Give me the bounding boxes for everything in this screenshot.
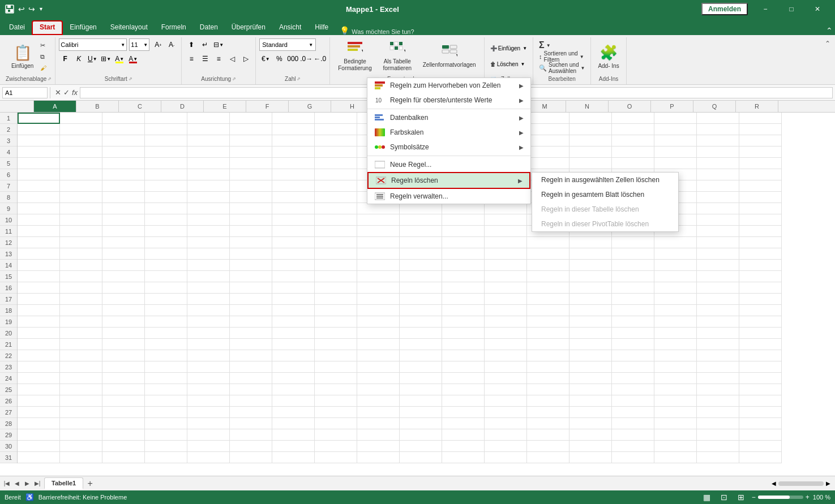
cell-C25[interactable] — [102, 384, 145, 395]
cell-C20[interactable] — [102, 328, 145, 339]
cell-D16[interactable] — [145, 282, 187, 294]
cell-O15[interactable] — [612, 271, 654, 282]
cell-I27[interactable] — [357, 407, 400, 418]
cell-Q9[interactable] — [697, 203, 739, 214]
cell-F13[interactable] — [230, 248, 272, 260]
tab-start[interactable]: Start — [32, 20, 63, 35]
cell-F18[interactable] — [230, 305, 272, 316]
cell-G5[interactable] — [272, 158, 315, 169]
cell-P28[interactable] — [654, 418, 697, 429]
cell-F4[interactable] — [230, 147, 272, 158]
cell-I26[interactable] — [357, 395, 400, 407]
menu-item-farbskalen[interactable]: Farbskalen ▶ — [367, 125, 530, 140]
cell-G7[interactable] — [272, 180, 315, 192]
cell-A5[interactable] — [18, 158, 60, 169]
cell-M16[interactable] — [527, 282, 569, 294]
cell-B31[interactable] — [60, 452, 102, 463]
cell-C30[interactable] — [102, 441, 145, 452]
row-number-29[interactable]: 29 — [0, 429, 17, 441]
cell-E3[interactable] — [187, 135, 230, 147]
cell-N4[interactable] — [569, 147, 612, 158]
cell-L10[interactable] — [485, 214, 527, 226]
cell-G12[interactable] — [272, 237, 315, 248]
cell-E31[interactable] — [187, 452, 230, 463]
col-header-Q[interactable]: Q — [693, 101, 736, 112]
cell-L29[interactable] — [485, 429, 527, 441]
cell-D24[interactable] — [145, 373, 187, 384]
cell-Q16[interactable] — [697, 282, 739, 294]
cell-L21[interactable] — [485, 339, 527, 350]
cell-I14[interactable] — [357, 260, 400, 271]
format-uebertragen-button[interactable]: 🖌 — [38, 63, 49, 73]
row-number-25[interactable]: 25 — [0, 384, 17, 395]
indent-decrease-button[interactable]: ◁ — [226, 53, 238, 65]
ribbon-expand-btn[interactable]: ⌃ — [823, 37, 833, 84]
cell-J24[interactable] — [400, 373, 442, 384]
cell-F28[interactable] — [230, 418, 272, 429]
cell-F19[interactable] — [230, 316, 272, 328]
tab-ueberpruefen[interactable]: Überprüfen — [225, 20, 272, 35]
cell-K13[interactable] — [442, 248, 485, 260]
cell-D17[interactable] — [145, 294, 187, 305]
cell-Q1[interactable] — [697, 113, 739, 124]
cell-R20[interactable] — [739, 328, 782, 339]
cell-M19[interactable] — [527, 316, 569, 328]
cell-O14[interactable] — [612, 260, 654, 271]
font-size-box[interactable]: 11 ▼ — [129, 38, 149, 51]
cell-M26[interactable] — [527, 395, 569, 407]
cell-N26[interactable] — [569, 395, 612, 407]
cell-C12[interactable] — [102, 237, 145, 248]
cell-O18[interactable] — [612, 305, 654, 316]
tab-ansicht[interactable]: Ansicht — [272, 20, 308, 35]
suchen-button[interactable]: 🔍 Suchen undAuswählen ▼ — [537, 63, 587, 73]
cell-O16[interactable] — [612, 282, 654, 294]
cell-Q4[interactable] — [697, 147, 739, 158]
cell-A14[interactable] — [18, 260, 60, 271]
save-icon[interactable] — [5, 4, 15, 14]
cell-L25[interactable] — [485, 384, 527, 395]
row-number-23[interactable]: 23 — [0, 361, 17, 373]
cell-D5[interactable] — [145, 158, 187, 169]
cell-C19[interactable] — [102, 316, 145, 328]
cell-C28[interactable] — [102, 418, 145, 429]
cell-P31[interactable] — [654, 452, 697, 463]
cell-K30[interactable] — [442, 441, 485, 452]
cell-D12[interactable] — [145, 237, 187, 248]
cell-D18[interactable] — [145, 305, 187, 316]
cell-G15[interactable] — [272, 271, 315, 282]
cell-E8[interactable] — [187, 192, 230, 203]
cell-Q25[interactable] — [697, 384, 739, 395]
cell-P23[interactable] — [654, 361, 697, 373]
cell-P4[interactable] — [654, 147, 697, 158]
col-header-R[interactable]: R — [736, 101, 778, 112]
cell-B23[interactable] — [60, 361, 102, 373]
cell-I15[interactable] — [357, 271, 400, 282]
cell-M23[interactable] — [527, 361, 569, 373]
bold-button[interactable]: F — [59, 53, 71, 65]
cell-E27[interactable] — [187, 407, 230, 418]
cell-D2[interactable] — [145, 124, 187, 135]
cell-H30[interactable] — [315, 441, 357, 452]
row-number-8[interactable]: 8 — [0, 192, 17, 203]
cell-H9[interactable] — [315, 203, 357, 214]
cell-B6[interactable] — [60, 169, 102, 180]
cell-N31[interactable] — [569, 452, 612, 463]
cell-K19[interactable] — [442, 316, 485, 328]
cell-E21[interactable] — [187, 339, 230, 350]
cell-D28[interactable] — [145, 418, 187, 429]
cell-I12[interactable] — [357, 237, 400, 248]
cell-I22[interactable] — [357, 350, 400, 361]
redo-icon[interactable]: ↪ — [28, 5, 35, 14]
cell-K21[interactable] — [442, 339, 485, 350]
cell-B9[interactable] — [60, 203, 102, 214]
cell-P25[interactable] — [654, 384, 697, 395]
cell-A31[interactable] — [18, 452, 60, 463]
cell-L15[interactable] — [485, 271, 527, 282]
cell-P24[interactable] — [654, 373, 697, 384]
col-header-B[interactable]: B — [76, 101, 119, 112]
cell-A19[interactable] — [18, 316, 60, 328]
cell-O3[interactable] — [612, 135, 654, 147]
cell-D23[interactable] — [145, 361, 187, 373]
fill-color-button[interactable]: A▼ — [113, 53, 126, 65]
cell-P26[interactable] — [654, 395, 697, 407]
